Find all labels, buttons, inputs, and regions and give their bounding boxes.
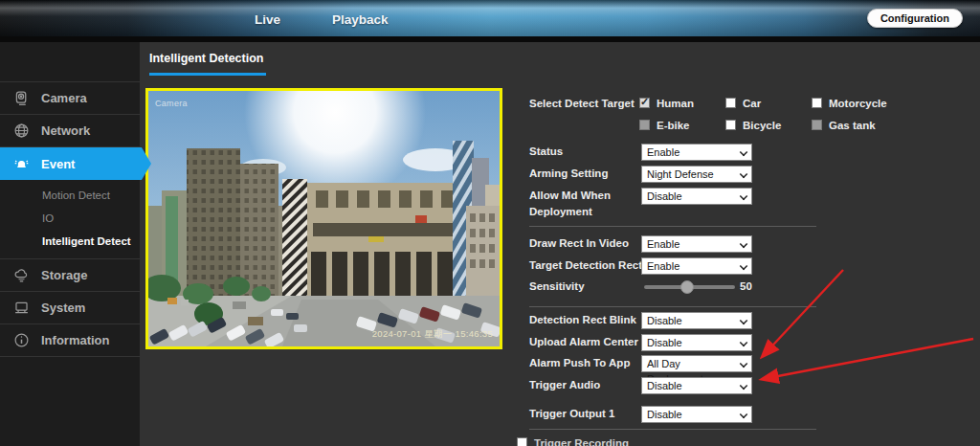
chevron-down-icon — [740, 360, 746, 367]
storage-cloud-icon — [13, 267, 30, 283]
sidebar-item-system[interactable]: System — [0, 292, 140, 324]
dropdown-status[interactable]: Enable — [641, 144, 752, 161]
sidebar-item-storage[interactable]: Storage — [0, 259, 140, 292]
checkbox-human[interactable] — [639, 98, 650, 108]
checkbox-label-human: Human — [657, 98, 694, 109]
main-content: Intelligent Detection — [140, 42, 980, 446]
checkbox-ebike[interactable] — [639, 120, 650, 130]
checkbox-label-car: Car — [743, 98, 761, 109]
dropdown-detection-rect-blink[interactable]: Disable — [641, 312, 752, 329]
sidebar-spacer — [0, 42, 140, 82]
label-draw-rect: Draw Rect In Video — [529, 237, 629, 249]
label-allow-md-line1: Allow Md When — [529, 190, 611, 201]
event-submenu: Motion Detect IO Intelligent Detect — [0, 180, 140, 259]
form-divider — [529, 306, 816, 307]
checkbox-label-bicycle: Bicycle — [743, 120, 781, 131]
top-navbar — [0, 0, 980, 36]
submenu-io[interactable]: IO — [0, 207, 140, 230]
form-divider — [529, 226, 816, 227]
event-alarm-icon — [13, 156, 30, 172]
sidebar-item-label: System — [41, 301, 85, 315]
sidebar-item-label: Camera — [41, 91, 87, 105]
sidebar-item-event[interactable]: Event — [0, 147, 151, 180]
app-window: Live Playback Configuration Camera Netwo… — [0, 0, 980, 446]
checkbox-car[interactable] — [725, 98, 736, 108]
chevron-down-icon — [740, 170, 746, 177]
sidebar: Camera Network Event Motion Detect IO In… — [0, 42, 140, 446]
information-icon — [13, 332, 30, 348]
form-divider — [529, 429, 816, 430]
dropdown-trigger-output-1[interactable]: Disable — [641, 406, 752, 423]
label-alarm-push-to-app: Alarm Push To App — [529, 357, 630, 368]
chevron-down-icon — [740, 339, 746, 346]
dropdown-draw-rect[interactable]: Enable — [641, 235, 752, 253]
label-sensitivity: Sensitivity — [529, 280, 585, 292]
chevron-down-icon — [740, 411, 746, 417]
sidebar-item-camera[interactable]: Camera — [0, 82, 140, 115]
system-monitor-icon — [13, 300, 30, 316]
submenu-motion-detect[interactable]: Motion Detect — [0, 184, 140, 207]
checkbox-trigger-recording[interactable] — [517, 437, 527, 446]
checkbox-gastank[interactable] — [812, 120, 822, 130]
dropdown-upload-alarm-center[interactable]: Disable — [641, 334, 752, 351]
checkbox-label-trigger-recording: Trigger Recording — [534, 437, 629, 446]
sensitivity-value: 50 — [740, 280, 752, 292]
nav-live[interactable]: Live — [247, 0, 288, 36]
sensitivity-slider-thumb[interactable] — [680, 280, 694, 294]
checkbox-motorcycle[interactable] — [812, 98, 822, 108]
sidebar-item-label: Network — [41, 123, 90, 138]
sidebar-item-label: Event — [41, 157, 75, 171]
label-arming-setting: Arming Setting — [529, 167, 608, 179]
tab-intelligent-detection[interactable]: Intelligent Detection — [149, 52, 263, 65]
label-allow-md-line2: Deployment — [529, 206, 592, 217]
chevron-down-icon — [740, 192, 746, 199]
label-trigger-output-1: Trigger Output 1 — [529, 408, 614, 419]
camera-preview: Camera 2024-07-01 星期一 15:46:35 — [145, 88, 502, 349]
sidebar-item-label: Storage — [41, 268, 87, 282]
sidebar-item-information[interactable]: Information — [0, 324, 140, 357]
network-icon — [13, 123, 30, 139]
sidebar-item-network[interactable]: Network — [0, 115, 140, 147]
preview-timestamp-osd: 2024-07-01 星期一 15:46:35 — [372, 328, 493, 341]
camera-preview-scene — [148, 91, 500, 346]
sensitivity-slider[interactable] — [644, 285, 735, 289]
chevron-down-icon — [740, 262, 746, 269]
sidebar-item-label: Information — [41, 333, 110, 347]
chevron-down-icon — [740, 317, 746, 323]
submenu-intelligent-detect[interactable]: Intelligent Detect — [0, 230, 140, 253]
tab-active-underline — [149, 73, 266, 76]
label-select-detect-target: Select Detect Target — [529, 98, 635, 109]
dropdown-target-detection-rect[interactable]: Enable — [641, 257, 752, 275]
label-detection-rect-blink: Detection Rect Blink — [529, 314, 636, 325]
camera-icon — [13, 90, 30, 106]
dropdown-trigger-audio[interactable]: Disable — [641, 377, 752, 394]
chevron-down-icon — [740, 240, 746, 247]
dropdown-alarm-push-to-app[interactable]: All Day Deployment — [641, 355, 752, 372]
checkbox-label-gastank: Gas tank — [829, 120, 876, 131]
label-trigger-audio: Trigger Audio — [529, 379, 600, 390]
chevron-down-icon — [740, 148, 746, 155]
label-status: Status — [529, 145, 563, 157]
dropdown-allow-md[interactable]: Disable — [641, 188, 752, 205]
checkbox-label-motorcycle: Motorcycle — [829, 98, 887, 109]
preview-camera-osd: Camera — [155, 99, 188, 108]
configuration-button[interactable]: Configuration — [867, 9, 963, 28]
dropdown-arming-setting[interactable]: Night Defense — [641, 166, 752, 183]
label-target-detection-rect: Target Detection Rect — [529, 259, 642, 271]
checkbox-bicycle[interactable] — [725, 120, 736, 130]
chevron-down-icon — [740, 382, 746, 389]
label-upload-alarm-center: Upload Alarm Center — [529, 336, 638, 347]
nav-playback[interactable]: Playback — [324, 0, 396, 36]
checkbox-label-ebike: E-bike — [657, 120, 690, 131]
